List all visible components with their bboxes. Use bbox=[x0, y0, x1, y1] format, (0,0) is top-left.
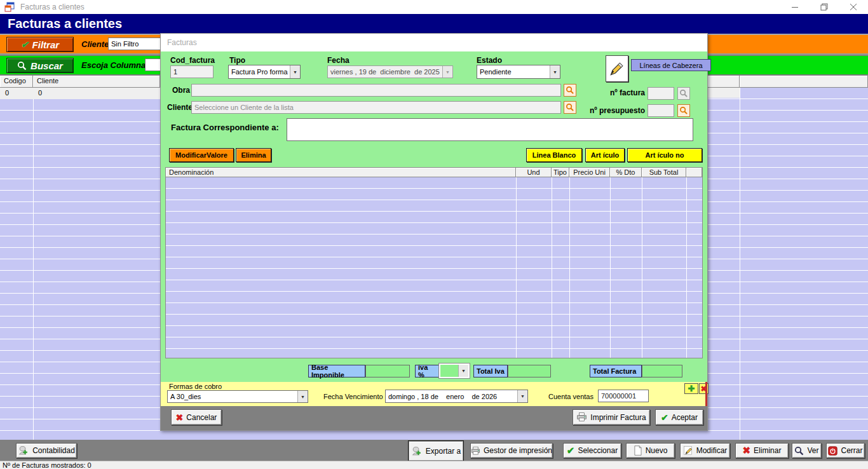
cliente-filter-combo[interactable]: Sin Filtro bbox=[108, 37, 161, 50]
n-factura-field[interactable] bbox=[648, 87, 674, 100]
total-factura-field[interactable] bbox=[642, 365, 682, 377]
search-icon bbox=[566, 103, 574, 112]
row0-right bbox=[708, 88, 740, 98]
lines-grid-body[interactable] bbox=[166, 177, 702, 358]
search-icon bbox=[17, 61, 27, 71]
edit-header-button[interactable] bbox=[606, 55, 628, 82]
grid-vline bbox=[642, 177, 642, 358]
tipo-label: Tipo bbox=[229, 56, 245, 65]
obra-search-button[interactable] bbox=[564, 84, 576, 97]
grid-col-dto[interactable]: % Dto bbox=[610, 168, 642, 177]
dialog-body: Cod_factura Tipo Fecha Estado 1 Factura … bbox=[161, 51, 707, 382]
search-icon bbox=[794, 446, 804, 456]
grid-vline bbox=[516, 177, 517, 358]
grid-vline-left bbox=[33, 88, 34, 440]
exportar-button[interactable]: Exportar a bbox=[408, 440, 464, 461]
n-factura-search-button[interactable] bbox=[677, 87, 690, 100]
ver-button[interactable]: Ver bbox=[792, 443, 822, 458]
contabilidad-button[interactable]: Contabilidad bbox=[16, 443, 77, 458]
restore-icon bbox=[820, 3, 828, 11]
chevron-down-icon[interactable]: ▼ bbox=[297, 391, 308, 402]
total-iva-field[interactable] bbox=[508, 365, 551, 377]
cod-factura-label: Cod_factura bbox=[170, 56, 215, 65]
col-header-codigo[interactable]: Codigo bbox=[0, 76, 33, 88]
grid-col-tipo[interactable]: Tipo bbox=[552, 168, 569, 177]
minimize-icon bbox=[792, 4, 799, 11]
add-line-button[interactable]: ✚ bbox=[684, 383, 698, 394]
grid-col-und[interactable]: Und bbox=[516, 168, 552, 177]
modificar-valore-button[interactable]: ModificarValore bbox=[169, 148, 234, 162]
lineas-cabezera-label: Líneas de Cabezera bbox=[631, 59, 711, 71]
dialog-title: Facturas bbox=[167, 38, 197, 47]
check-icon: ✔ bbox=[21, 39, 29, 50]
elimina-button[interactable]: Elimina bbox=[236, 148, 271, 162]
factura-correspondiente-label: Factura Correspondiente a: bbox=[171, 123, 279, 132]
iva-combo[interactable]: ▼ bbox=[439, 364, 470, 378]
imprimir-factura-button[interactable]: Imprimir Factura bbox=[573, 409, 650, 425]
printer-icon bbox=[576, 412, 587, 422]
formas-cobro-combo[interactable]: A 30_dies ▼ bbox=[167, 390, 308, 403]
tipo-combo[interactable]: Factura Pro forma ▼ bbox=[228, 65, 301, 79]
row0-cliente[interactable]: 0 bbox=[33, 88, 160, 99]
cliente-search-button[interactable] bbox=[564, 101, 576, 114]
grid-col-subtotal[interactable]: Sub Total bbox=[642, 168, 686, 177]
gestor-impresion-button[interactable]: Gestor de impresión bbox=[470, 443, 553, 458]
aceptar-button[interactable]: ✔ Aceptar bbox=[655, 409, 703, 425]
close-button[interactable] bbox=[839, 0, 868, 14]
nuevo-button[interactable]: Nuevo bbox=[626, 443, 675, 458]
n-presupuesto-search-button[interactable] bbox=[677, 104, 690, 117]
fecha-combo[interactable]: viernes , 19 de diciembre de 2025 ▼ bbox=[327, 65, 453, 78]
column-combo[interactable] bbox=[145, 58, 161, 71]
total-factura-label: Total Factura bbox=[590, 365, 642, 377]
n-presupuesto-field[interactable] bbox=[648, 104, 674, 117]
estado-combo[interactable]: Pendiente ▼ bbox=[477, 65, 560, 79]
grid-col-denominacion[interactable]: Denominación bbox=[166, 168, 516, 177]
seleccionar-button[interactable]: ✔ Seleccionar bbox=[563, 443, 621, 458]
grid-vline bbox=[610, 177, 611, 358]
articulo-no-button[interactable]: Art ículo no bbox=[627, 148, 702, 162]
app-window: Facturas a clientes Facturas a clientes … bbox=[0, 0, 868, 469]
row0-codigo[interactable]: 0 bbox=[0, 88, 33, 99]
check-icon: ✔ bbox=[567, 445, 575, 456]
cancelar-button[interactable]: ✖ Cancelar bbox=[171, 409, 222, 425]
col-header-cliente[interactable]: Cliente bbox=[33, 76, 160, 88]
restore-button[interactable] bbox=[810, 0, 839, 14]
lines-grid: Denominación Und Tipo Precio Uni % Dto S… bbox=[165, 167, 703, 358]
facturas-dialog: Facturas Cod_factura Tipo Fecha Estado 1… bbox=[160, 33, 708, 431]
buscar-label: Buscar bbox=[31, 60, 63, 71]
grid-col-precio[interactable]: Precio Uni bbox=[569, 168, 610, 177]
eliminar-button[interactable]: ✖ Eliminar bbox=[735, 443, 789, 458]
chevron-down-icon[interactable]: ▼ bbox=[458, 365, 468, 377]
escoja-columna-label: Escoja Columna bbox=[81, 60, 146, 70]
chevron-down-icon[interactable]: ▼ bbox=[517, 390, 527, 402]
chevron-down-icon[interactable]: ▼ bbox=[290, 65, 300, 78]
cliente-field[interactable]: Seleccione un Cliente de la lista bbox=[191, 101, 561, 114]
pencil-icon bbox=[608, 60, 626, 78]
chevron-down-icon[interactable]: ▼ bbox=[550, 65, 560, 78]
formas-cobro-label: Formas de cobro bbox=[169, 383, 222, 390]
page-title: Facturas a clientes bbox=[8, 17, 122, 31]
plus-icon: ✚ bbox=[688, 384, 695, 393]
cliente-filter-value: Sin Filtro bbox=[111, 40, 139, 48]
cod-factura-field[interactable]: 1 bbox=[170, 65, 214, 78]
printer-icon bbox=[471, 446, 480, 456]
modificar-button[interactable]: Modificar bbox=[680, 443, 730, 458]
base-imponible-field[interactable] bbox=[365, 365, 410, 377]
obra-field[interactable] bbox=[191, 84, 561, 97]
n-factura-label: nº factura bbox=[599, 88, 645, 97]
cross-icon: ✖ bbox=[743, 445, 751, 456]
obra-label: Obra bbox=[172, 86, 190, 95]
fecha-vencimiento-combo[interactable]: domingo , 18 de enero de 2026 ▼ bbox=[385, 390, 528, 403]
cuenta-ventas-field[interactable]: 700000001 bbox=[598, 390, 649, 402]
articulo-button[interactable]: Art ículo bbox=[585, 148, 625, 162]
new-document-icon bbox=[634, 445, 642, 456]
total-iva-label: Total Iva bbox=[473, 365, 508, 377]
factura-correspondiente-field[interactable] bbox=[287, 118, 693, 141]
buscar-button[interactable]: Buscar bbox=[6, 58, 74, 73]
filtrar-button[interactable]: ✔ Filtrar bbox=[6, 37, 74, 52]
cerrar-button[interactable]: Cerrar bbox=[826, 443, 865, 458]
minimize-button[interactable] bbox=[780, 0, 810, 14]
base-imponible-label: Base Imponible bbox=[308, 365, 365, 377]
linea-blanco-button[interactable]: Linea Blanco bbox=[526, 148, 582, 162]
grid-vline bbox=[569, 177, 570, 358]
